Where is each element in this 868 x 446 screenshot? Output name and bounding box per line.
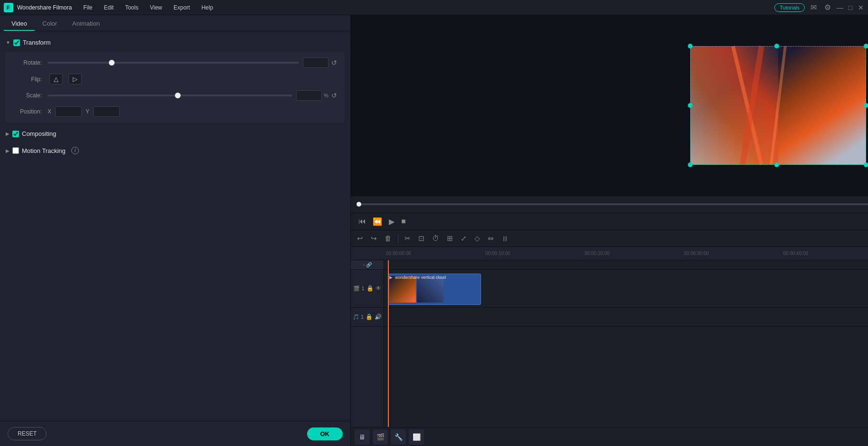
titlebar: F Wondershare Filmora File Edit Tools Vi… xyxy=(0,0,868,15)
scale-slider[interactable] xyxy=(48,95,292,96)
clip-label: wondershare vertical cloud xyxy=(395,275,446,280)
taskbar-item-4[interactable]: ⬜ xyxy=(409,429,424,445)
transform-section-header[interactable]: ▼ Transform xyxy=(0,35,350,50)
menu-export[interactable]: Export xyxy=(172,3,192,12)
mail-icon[interactable]: ✉ xyxy=(810,3,817,12)
motion-tracking-checkbox[interactable] xyxy=(12,147,19,154)
lock-icon[interactable]: 🔒 xyxy=(366,285,374,292)
scale-reset-icon[interactable]: ↺ xyxy=(331,92,337,99)
rotate-row: Rotate: 90.00 ↺ xyxy=(13,57,337,68)
track-add-row: + 🔗 xyxy=(351,260,384,270)
scale-unit: % xyxy=(324,93,328,98)
handle-tm[interactable] xyxy=(774,44,779,48)
handle-tl[interactable] xyxy=(688,44,693,48)
preview-video-wrapper xyxy=(666,41,868,170)
compositing-section-header[interactable]: ▶ Compositing xyxy=(0,126,350,141)
taskbar-item-3[interactable]: 🔧 xyxy=(391,429,406,445)
ok-button[interactable]: OK xyxy=(307,427,343,440)
video-clip[interactable]: ▶ wondershare vertical cloud xyxy=(388,274,481,305)
pos-x-label: X xyxy=(48,108,51,115)
delete-button[interactable]: 🗑 xyxy=(382,233,394,244)
playback-controls: ⏮ ⏪ ▶ ■ 1/2 ⛶ 📷 🔊 ⚙ xyxy=(351,213,868,230)
redo-button[interactable]: ↪ xyxy=(368,233,379,244)
transform-checkbox[interactable] xyxy=(13,39,20,46)
audio-lock-icon[interactable]: 🔒 xyxy=(366,313,373,320)
handle-ml[interactable] xyxy=(688,103,693,108)
maximize-button[interactable]: □ xyxy=(847,4,854,11)
rewind-button[interactable]: ⏮ xyxy=(357,216,368,227)
add-track-icon[interactable]: + xyxy=(363,262,366,267)
video-track: ▶ wondershare vertical cloud xyxy=(384,270,868,308)
close-button[interactable]: ✕ xyxy=(858,4,864,11)
tutorials-button[interactable]: Tutorials xyxy=(774,3,805,12)
window-controls: Tutorials ✉ ⚙ — □ ✕ xyxy=(774,3,864,12)
expand-button[interactable]: ⤢ xyxy=(458,233,469,244)
handle-mr[interactable] xyxy=(864,103,868,108)
menu-file[interactable]: File xyxy=(81,3,94,12)
reset-button[interactable]: RESET xyxy=(8,427,47,440)
flip-vertical-button[interactable]: ▷ xyxy=(68,74,82,85)
clip-icon: ▶ xyxy=(389,275,393,280)
app-icon: F xyxy=(4,3,13,12)
undo-button[interactable]: ↩ xyxy=(355,233,366,244)
playhead[interactable] xyxy=(388,260,389,427)
pos-x-input[interactable]: 0.0 xyxy=(55,106,82,117)
play-button[interactable]: ▶ xyxy=(387,216,396,227)
rotate-value[interactable]: 90.00 xyxy=(303,57,328,68)
handle-bl[interactable] xyxy=(688,162,693,167)
tab-color[interactable]: Color xyxy=(35,17,65,31)
left-panel: Video Color Animation ▼ Transform Rotate… xyxy=(0,15,351,446)
svg-rect-4 xyxy=(690,46,778,165)
preview-frame xyxy=(666,41,868,170)
tab-video[interactable]: Video xyxy=(4,17,35,31)
stop-button[interactable]: ■ xyxy=(399,216,408,227)
compositing-title: Compositing xyxy=(22,130,56,137)
zoom-button[interactable]: ⊞ xyxy=(444,233,455,244)
handle-bm[interactable] xyxy=(774,162,779,167)
ruler-marks-container: 00:00:00:00 00:00:10:00 00:00:20:00 00:0… xyxy=(384,251,868,256)
audio-mute-icon[interactable]: 🔊 xyxy=(375,313,382,320)
timeline-tracks: + 🔗 🎬 1 🔒 👁 🎵 1 🔒 🔊 xyxy=(351,260,868,427)
compositing-checkbox[interactable] xyxy=(12,131,19,137)
scale-value[interactable]: 160.00 xyxy=(296,90,322,101)
align-button[interactable]: ⇔ xyxy=(485,233,496,244)
menu-help[interactable]: Help xyxy=(200,3,215,12)
flip-label: Flip: xyxy=(13,76,42,83)
handle-tr[interactable] xyxy=(864,44,868,48)
motion-tracking-title: Motion Tracking xyxy=(22,147,66,154)
pos-y-input[interactable]: 0.0 xyxy=(93,106,120,117)
rotate-slider[interactable] xyxy=(48,62,299,64)
menu-tools[interactable]: Tools xyxy=(123,3,140,12)
trim-button[interactable]: ⊡ xyxy=(416,233,427,244)
motion-tracking-info-icon[interactable]: i xyxy=(71,147,79,154)
taskbar-item-1[interactable]: 🖥 xyxy=(355,429,370,445)
playback-progress[interactable] xyxy=(357,203,868,205)
marker-button[interactable]: ◇ xyxy=(472,233,482,244)
taskbar-item-2[interactable]: 🎬 xyxy=(373,429,388,445)
pos-y-label: Y xyxy=(86,108,89,115)
ruler-mark-0: 00:00:00:00 xyxy=(386,251,411,256)
ruler-mark-3: 00:00:30:00 xyxy=(684,251,709,256)
panel-tabs: Video Color Animation xyxy=(0,15,350,31)
scale-row: Scale: 160.00 % ↺ xyxy=(13,90,337,101)
minimize-button[interactable]: — xyxy=(837,4,843,11)
settings-icon[interactable]: ⚙ xyxy=(824,3,831,12)
tab-animation[interactable]: Animation xyxy=(65,17,107,31)
eye-icon[interactable]: 👁 xyxy=(376,285,381,292)
menu-view[interactable]: View xyxy=(148,3,164,12)
position-row: Position: X 0.0 Y 0.0 xyxy=(13,106,337,117)
track-headers: + 🔗 🎬 1 🔒 👁 🎵 1 🔒 🔊 xyxy=(351,260,384,427)
prev-frame-button[interactable]: ⏪ xyxy=(371,216,384,227)
flip-buttons: △ ▷ xyxy=(49,74,82,85)
link-track-icon[interactable]: 🔗 xyxy=(366,262,372,267)
handle-br[interactable] xyxy=(864,162,868,167)
audio-mix-button[interactable]: ⫼ xyxy=(499,233,511,244)
speed-button[interactable]: ⏱ xyxy=(430,233,442,244)
menu-edit[interactable]: Edit xyxy=(102,3,116,12)
flip-horizontal-button[interactable]: △ xyxy=(49,74,63,85)
clip-thumbnail xyxy=(389,276,416,303)
flip-row: Flip: △ ▷ xyxy=(13,74,337,85)
motion-tracking-section-header[interactable]: ▶ Motion Tracking i xyxy=(0,143,350,158)
rotate-reset-icon[interactable]: ↺ xyxy=(331,59,337,66)
cut-button[interactable]: ✂ xyxy=(402,233,413,244)
